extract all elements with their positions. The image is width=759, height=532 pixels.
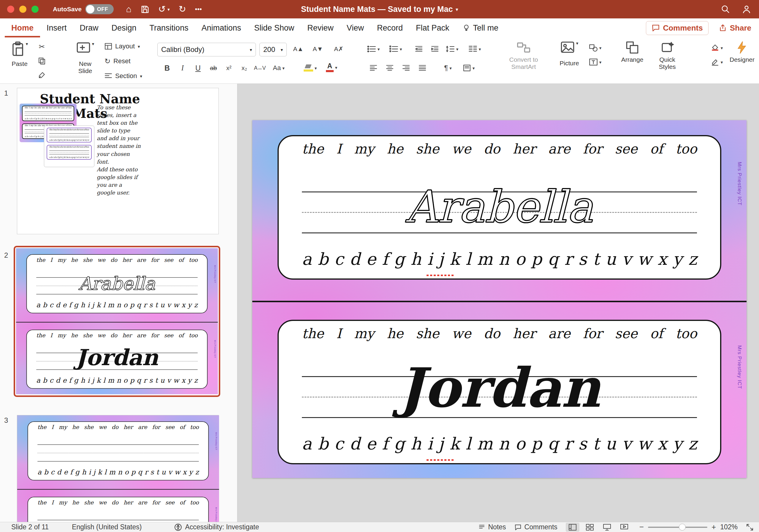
change-case-button[interactable]: Aa ▾ bbox=[272, 62, 286, 74]
autosave-toggle[interactable]: OFF bbox=[85, 4, 114, 14]
align-text-button[interactable]: ▾ bbox=[462, 62, 475, 74]
student-name-textbox[interactable]: Arabella bbox=[279, 182, 720, 232]
zoom-in-button[interactable]: + bbox=[711, 522, 716, 532]
slide-thumbnail-2-selected[interactable]: theImyheshewedoherareforseeoftoo Arabell… bbox=[14, 246, 220, 397]
account-person-icon[interactable] bbox=[742, 4, 751, 14]
bullets-button[interactable]: ▾ bbox=[367, 43, 380, 55]
shape-outline-button[interactable]: ▾ bbox=[710, 56, 724, 68]
tab-insert[interactable]: Insert bbox=[40, 19, 73, 37]
quick-styles-button[interactable]: Quick Styles bbox=[651, 41, 684, 70]
maximize-window-button[interactable] bbox=[31, 6, 39, 13]
convert-to-smartart-button[interactable]: Convert to SmartArt bbox=[501, 41, 546, 70]
slide-thumbnail-1[interactable]: Student Name Mats theImyheshewedoheraref… bbox=[17, 88, 219, 234]
justify-button[interactable] bbox=[416, 62, 429, 74]
numbering-button[interactable]: ▾ bbox=[389, 43, 403, 55]
font-size-select[interactable]: 200 ▾ bbox=[260, 43, 287, 57]
comments-button[interactable]: Comments bbox=[646, 21, 708, 35]
slide-indicator[interactable]: Slide 2 of 11 bbox=[11, 523, 49, 531]
share-button[interactable]: Share bbox=[719, 23, 751, 33]
line-spacing-button[interactable]: ▾ bbox=[445, 43, 459, 55]
underline-button[interactable]: U bbox=[191, 62, 205, 74]
subscript-button[interactable]: x₂ bbox=[237, 62, 251, 74]
slide-thumbnail-3[interactable]: theImyheshewedoherareforseeoftoo abcdefg… bbox=[17, 415, 219, 522]
name-mat-arabella[interactable]: theImyheshewedoherareforseeoftoo Arabell… bbox=[278, 135, 721, 280]
clear-formatting-button[interactable]: A✗ bbox=[332, 43, 345, 55]
slideshow-view-button[interactable] bbox=[618, 523, 631, 532]
new-slide-button[interactable]: ▾ New Slide bbox=[68, 42, 103, 74]
tab-transitions[interactable]: Transitions bbox=[143, 19, 195, 37]
italic-button[interactable]: I bbox=[176, 62, 189, 74]
sight-word: of bbox=[65, 107, 67, 109]
current-slide[interactable]: theImyheshewedoherareforseeoftoo Arabell… bbox=[252, 120, 746, 478]
tab-draw[interactable]: Draw bbox=[73, 19, 105, 37]
paste-button[interactable]: ▾ Paste bbox=[6, 42, 33, 67]
zoom-slider-knob[interactable] bbox=[679, 524, 686, 531]
notes-button[interactable]: Notes bbox=[478, 523, 506, 531]
layout-menu[interactable]: Layout ▾ bbox=[104, 40, 142, 53]
tab-record[interactable]: Record bbox=[371, 19, 409, 37]
picture-button[interactable]: ▾ Picture bbox=[554, 41, 584, 67]
section-menu[interactable]: Section ▾ bbox=[104, 69, 142, 83]
tab-tell-me[interactable]: Tell me bbox=[456, 19, 505, 37]
tab-design[interactable]: Design bbox=[105, 19, 143, 37]
arrange-button[interactable]: Arrange bbox=[618, 41, 647, 63]
minimize-window-button[interactable] bbox=[19, 6, 26, 13]
student-name-textbox[interactable]: Jordan bbox=[279, 356, 720, 420]
tab-flat-pack[interactable]: Flat Pack bbox=[409, 19, 456, 37]
align-left-button[interactable] bbox=[367, 62, 380, 74]
strikethrough-button[interactable]: ab bbox=[207, 62, 220, 74]
slide-editing-canvas[interactable]: theImyheshewedoherareforseeoftoo Arabell… bbox=[237, 84, 759, 522]
comments-toggle-button[interactable]: Comments bbox=[514, 523, 557, 531]
columns-button[interactable]: ▾ bbox=[468, 43, 481, 55]
letter: a bbox=[49, 139, 51, 141]
bold-button[interactable]: B bbox=[160, 62, 174, 74]
tab-slide-show[interactable]: Slide Show bbox=[248, 19, 301, 37]
close-window-button[interactable] bbox=[7, 6, 14, 13]
zoom-slider[interactable] bbox=[648, 527, 707, 528]
text-direction-button[interactable]: ¶ ▾ bbox=[441, 62, 455, 74]
text-highlight-color-button[interactable]: ▾ bbox=[303, 62, 317, 74]
save-icon[interactable] bbox=[140, 5, 149, 14]
superscript-button[interactable]: x² bbox=[222, 62, 236, 74]
normal-view-button[interactable] bbox=[566, 523, 579, 532]
undo-button[interactable]: ↺ ▾ bbox=[158, 5, 170, 14]
tab-animations[interactable]: Animations bbox=[195, 19, 248, 37]
sight-word: my bbox=[58, 332, 66, 339]
tab-view[interactable]: View bbox=[340, 19, 371, 37]
letter: n bbox=[499, 435, 509, 452]
name-mat-jordan[interactable]: theImyheshewedoherareforseeoftoo Jordan … bbox=[278, 320, 721, 464]
align-right-button[interactable] bbox=[399, 62, 413, 74]
designer-button[interactable]: Designer bbox=[728, 41, 756, 63]
increase-indent-button[interactable] bbox=[428, 43, 442, 55]
decrease-font-size-button[interactable]: A▼ bbox=[311, 43, 325, 55]
insert-text-box-button[interactable]: ▾ bbox=[588, 56, 602, 68]
copy-button[interactable] bbox=[35, 55, 49, 67]
zoom-out-button[interactable]: − bbox=[639, 522, 644, 532]
accessibility-status[interactable]: Accessibility: Investigate bbox=[174, 523, 259, 531]
align-center-button[interactable] bbox=[383, 62, 397, 74]
character-spacing-button[interactable]: A↔V bbox=[253, 62, 266, 74]
tab-review[interactable]: Review bbox=[301, 19, 340, 37]
fit-slide-to-window-icon[interactable] bbox=[746, 523, 754, 531]
letter: j bbox=[41, 136, 41, 138]
zoom-level[interactable]: 102% bbox=[720, 523, 738, 531]
slide-sorter-view-button[interactable] bbox=[583, 523, 597, 532]
increase-font-size-button[interactable]: A▲ bbox=[292, 43, 305, 55]
font-color-button[interactable]: A ▾ bbox=[325, 61, 339, 74]
redo-icon[interactable]: ↻ bbox=[179, 5, 186, 14]
tab-home[interactable]: Home bbox=[5, 19, 40, 37]
language-indicator[interactable]: English (United States) bbox=[72, 523, 141, 531]
letter: g bbox=[394, 251, 405, 267]
insert-shape-button[interactable]: ▾ bbox=[588, 42, 602, 54]
home-icon[interactable]: ⌂ bbox=[126, 5, 132, 14]
shape-fill-button[interactable]: ▾ bbox=[710, 42, 724, 54]
reading-view-button[interactable] bbox=[600, 523, 614, 532]
format-painter-button[interactable] bbox=[35, 69, 49, 81]
cut-button[interactable]: ✂ bbox=[35, 40, 49, 53]
reset-button[interactable]: ↻ Reset bbox=[104, 55, 142, 68]
decrease-indent-button[interactable] bbox=[412, 43, 426, 55]
more-commands-icon[interactable]: ••• bbox=[195, 6, 202, 13]
font-name-select[interactable]: Calibri (Body) ▾ bbox=[157, 43, 256, 57]
document-title-area[interactable]: Student Name Mats — Saved to my Mac ▾ bbox=[301, 5, 458, 14]
search-icon[interactable] bbox=[721, 5, 730, 14]
